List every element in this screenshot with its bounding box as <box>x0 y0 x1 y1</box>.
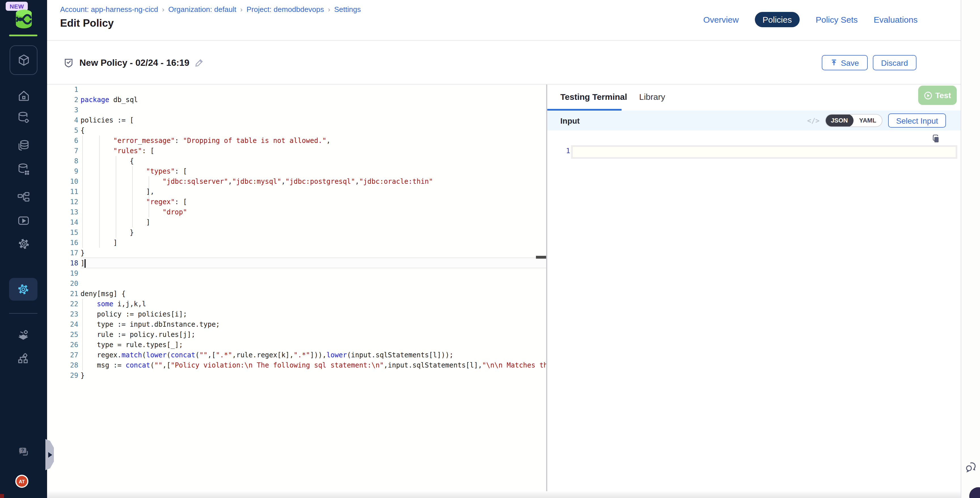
edit-pencil-icon[interactable] <box>195 59 204 67</box>
sidebar-item-home[interactable] <box>17 89 30 102</box>
code-line[interactable]: 15 } <box>47 228 546 238</box>
sidebar-item-project-settings-active[interactable] <box>9 278 37 301</box>
floating-action-button[interactable] <box>969 487 980 498</box>
toggle-json[interactable]: JSON <box>825 114 854 127</box>
code-line[interactable]: 9 "types": [ <box>47 166 546 177</box>
code-line[interactable]: 7 "rules": [ <box>47 146 546 156</box>
code-line[interactable]: 24 type := input.dbInstance.type; <box>47 319 546 329</box>
line-number: 22 <box>47 299 78 309</box>
code-line[interactable]: 22 some i,j,k,l <box>47 299 546 309</box>
overview-ruler-cursor-marker <box>536 256 546 259</box>
discard-button[interactable]: Discard <box>873 55 916 70</box>
text-cursor <box>84 259 85 268</box>
input-field[interactable] <box>573 147 956 157</box>
code-line[interactable]: 2package db_sql <box>47 95 546 105</box>
line-number: 11 <box>47 187 78 197</box>
code-line[interactable]: 28 msg := concat("",["Policy violation:\… <box>47 360 546 371</box>
test-button[interactable]: Test <box>918 86 957 105</box>
code-format-icon[interactable]: </> <box>807 116 819 124</box>
code-text: ] <box>81 238 118 248</box>
database-stack-icon <box>17 139 30 152</box>
breadcrumb-organization[interactable]: Organization: default <box>168 5 236 14</box>
breadcrumb-account[interactable]: Account: app-harness-ng-cicd <box>60 5 158 14</box>
code-line[interactable]: 17} <box>47 248 546 258</box>
discard-label: Discard <box>881 58 908 67</box>
app: NEW <box>0 0 980 498</box>
code-line[interactable]: 25 rule := policy.rules[j]; <box>47 329 546 340</box>
logo-underline <box>9 35 37 36</box>
breadcrumb-project[interactable]: Project: demodbdevops <box>247 5 324 14</box>
tab-policies-active[interactable]: Policies <box>754 12 800 27</box>
line-number: 12 <box>47 197 78 207</box>
code-line[interactable]: 1 <box>47 84 546 95</box>
sidebar-item-workflows[interactable] <box>17 191 30 204</box>
code-line[interactable]: 12 "regex": [ <box>47 197 546 207</box>
sidebar-item-db-stack[interactable] <box>17 139 30 152</box>
input-current-line[interactable] <box>571 145 957 159</box>
line-number: 14 <box>47 217 78 228</box>
sidebar: NEW <box>0 0 47 498</box>
code-text: type = rule.types[_]; <box>81 340 183 350</box>
page-title: Edit Policy <box>60 17 114 30</box>
code-line[interactable]: 16 ] <box>47 238 546 248</box>
code-text: deny[msg] { <box>81 289 126 299</box>
save-label: Save <box>841 58 859 67</box>
code-line[interactable]: 20 <box>47 278 546 289</box>
sidebar-item-module[interactable] <box>10 45 37 75</box>
line-number: 28 <box>47 360 78 371</box>
code-line[interactable]: 6 "error_message": "Dropping of table is… <box>47 135 546 146</box>
code-line[interactable]: 18] <box>47 258 546 268</box>
code-text: { <box>81 156 134 166</box>
cube-icon <box>17 53 30 67</box>
code-text: } <box>81 248 84 258</box>
line-number: 21 <box>47 289 78 299</box>
corner-notification <box>0 494 4 498</box>
org-gear-icon <box>17 352 30 365</box>
code-editor[interactable]: 12package db_sql34policies := [5{6 "erro… <box>47 84 546 498</box>
avatar[interactable]: AT <box>15 475 29 488</box>
tab-evaluations[interactable]: Evaluations <box>873 15 918 24</box>
code-line[interactable]: 10 "jdbc:sqlserver","jdbc:mysql","jdbc:p… <box>47 177 546 187</box>
code-line[interactable]: 3 <box>47 105 546 115</box>
code-line[interactable]: 21deny[msg] { <box>47 289 546 299</box>
tab-policy-sets[interactable]: Policy Sets <box>816 15 858 24</box>
sidebar-item-db-settings[interactable] <box>17 111 30 124</box>
chat-bubbles-icon[interactable] <box>964 461 978 474</box>
input-label: Input <box>560 116 580 125</box>
copy-icon[interactable] <box>932 134 940 143</box>
sidebar-item-executions[interactable] <box>17 215 30 228</box>
code-line[interactable]: 23 policy := policies[i]; <box>47 309 546 319</box>
code-text: "types": [ <box>81 166 187 177</box>
tab-testing-terminal-active[interactable]: Testing Terminal <box>560 92 627 102</box>
code-line[interactable]: 4policies := [ <box>47 115 546 125</box>
code-line[interactable]: 13 "drop" <box>47 207 546 217</box>
code-line[interactable]: 29} <box>47 371 546 380</box>
gear-icon <box>17 237 30 250</box>
line-number: 1 <box>47 84 78 95</box>
breadcrumb: Account: app-harness-ng-cicd › Organizat… <box>60 5 361 14</box>
tab-library[interactable]: Library <box>639 92 665 102</box>
sidebar-item-db-instances[interactable] <box>17 163 30 176</box>
tab-overview[interactable]: Overview <box>703 15 739 24</box>
sidebar-item-org-settings[interactable] <box>17 352 30 365</box>
code-line[interactable]: 14 ] <box>47 217 546 228</box>
code-line[interactable]: 5{ <box>47 125 546 135</box>
code-line[interactable]: 11 ], <box>47 187 546 197</box>
line-number: 10 <box>47 177 78 187</box>
save-button[interactable]: Save <box>821 55 867 70</box>
harness-db-devops-logo-icon[interactable] <box>13 8 35 30</box>
help-button[interactable]: ? <box>17 445 30 458</box>
line-number: 2 <box>47 95 78 105</box>
select-input-button[interactable]: Select Input <box>888 113 946 127</box>
code-line[interactable]: 8 { <box>47 156 546 166</box>
line-number: 3 <box>47 105 78 115</box>
code-line[interactable]: 26 type = rule.types[_]; <box>47 340 546 350</box>
sidebar-item-layers-settings[interactable] <box>17 329 30 342</box>
database-gear-icon <box>17 111 30 124</box>
breadcrumb-settings[interactable]: Settings <box>334 5 361 14</box>
code-line[interactable]: 19 <box>47 268 546 278</box>
bottom-edge <box>47 491 961 498</box>
toggle-yaml[interactable]: YAML <box>854 115 882 126</box>
code-line[interactable]: 27 regex.match(lower(concat("",[".*",rul… <box>47 350 546 360</box>
sidebar-item-settings[interactable] <box>17 237 30 250</box>
